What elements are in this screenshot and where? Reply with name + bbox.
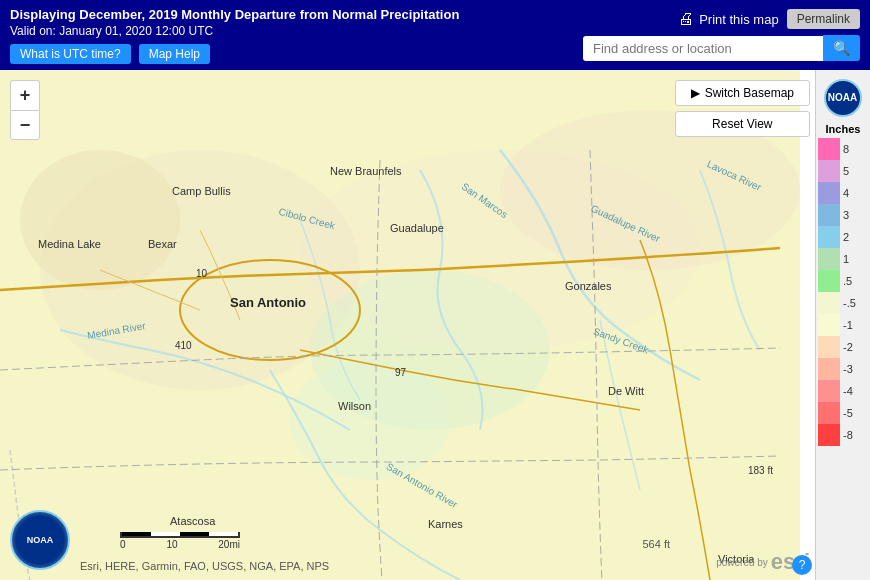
legend-label: 5 [843,165,849,177]
utc-button[interactable]: What is UTC time? [10,44,131,64]
legend-color-swatch [818,248,840,270]
header-valid: Valid on: January 01, 2020 12:00 UTC [10,24,583,38]
legend-item: -8 [818,424,868,446]
zoom-controls: + − [10,80,40,140]
legend-color-swatch [818,336,840,358]
maphelp-button[interactable]: Map Help [139,44,210,64]
zoom-out-button[interactable]: − [10,110,40,140]
map-container: San Antonio New Braunfels Camp Bullis Me… [0,70,870,580]
scale-bar: 0 10 20mi [120,532,240,550]
legend-label: -.5 [843,297,856,309]
legend-label: -8 [843,429,853,441]
noaa-logo-bottom: NOAA [10,510,70,570]
search-input[interactable] [583,36,823,61]
legend-label: 2 [843,231,849,243]
triangle-icon: ▶ [691,86,700,100]
noaa-seal: NOAA [10,510,70,570]
noaa-logo-top: NOAA [815,75,870,120]
noaa-circle: NOAA [824,79,862,117]
legend-label: -4 [843,385,853,397]
scale-label-20: 20mi [218,539,240,550]
switch-basemap-button[interactable]: ▶ Switch Basemap [675,80,810,106]
header-left: Displaying December, 2019 Monthly Depart… [10,7,583,64]
elevation-label: 564 ft [642,538,670,550]
legend-color-swatch [818,138,840,160]
legend-label: 3 [843,209,849,221]
legend-color-swatch [818,182,840,204]
legend-label: -3 [843,363,853,375]
legend-color-swatch [818,292,840,314]
map-controls: ▶ Switch Basemap Reset View [675,80,810,137]
legend-item: -1 [818,314,868,336]
legend-item: 5 [818,160,868,182]
print-label: Print this map [699,12,778,27]
search-bar: 🔍 [583,35,860,61]
legend-item: .5 [818,270,868,292]
legend: NOAA Inches 854321.5-.5-1-2-3-4-5-8 [815,70,870,580]
legend-item: -4 [818,380,868,402]
header: Displaying December, 2019 Monthly Depart… [0,0,870,70]
legend-item: 1 [818,248,868,270]
map-attribution: Esri, HERE, Garmin, FAO, USGS, NGA, EPA,… [80,560,329,572]
legend-color-swatch [818,160,840,182]
legend-color-swatch [818,424,840,446]
svg-point-2 [20,150,180,290]
header-buttons: What is UTC time? Map Help [10,44,583,64]
legend-label: -2 [843,341,853,353]
legend-color-swatch [818,380,840,402]
legend-label: -5 [843,407,853,419]
search-button[interactable]: 🔍 [823,35,860,61]
legend-color-swatch [818,402,840,424]
legend-color-swatch [818,226,840,248]
legend-label: 1 [843,253,849,265]
scale-label-0: 0 [120,539,126,550]
scale-label-10: 10 [166,539,177,550]
legend-color-swatch [818,270,840,292]
legend-label: -1 [843,319,853,331]
legend-label: 8 [843,143,849,155]
legend-item: -5 [818,402,868,424]
switch-basemap-label: Switch Basemap [705,86,794,100]
print-button[interactable]: 🖨 Print this map [678,10,778,28]
permalink-button[interactable]: Permalink [787,9,860,29]
map-terrain [0,70,800,580]
legend-scale: 854321.5-.5-1-2-3-4-5-8 [818,138,868,446]
legend-item: -3 [818,358,868,380]
legend-color-swatch [818,314,840,336]
legend-color-swatch [818,358,840,380]
help-button[interactable]: ? [792,555,812,575]
noaa-label: NOAA [828,92,857,103]
legend-title: Inches [826,123,861,135]
legend-item: 8 [818,138,868,160]
legend-label: .5 [843,275,852,287]
legend-item: 3 [818,204,868,226]
legend-item: 2 [818,226,868,248]
printer-icon: 🖨 [678,10,694,28]
legend-color-swatch [818,204,840,226]
zoom-in-button[interactable]: + [10,80,40,110]
legend-label: 4 [843,187,849,199]
search-icon: 🔍 [833,40,850,56]
header-right: 🖨 Print this map Permalink 🔍 [583,9,860,61]
print-permalink: 🖨 Print this map Permalink [678,9,860,29]
legend-item: -2 [818,336,868,358]
legend-item: 4 [818,182,868,204]
legend-item: -.5 [818,292,868,314]
noaa-text: NOAA [27,535,54,545]
reset-view-button[interactable]: Reset View [675,111,810,137]
header-title: Displaying December, 2019 Monthly Depart… [10,7,583,22]
